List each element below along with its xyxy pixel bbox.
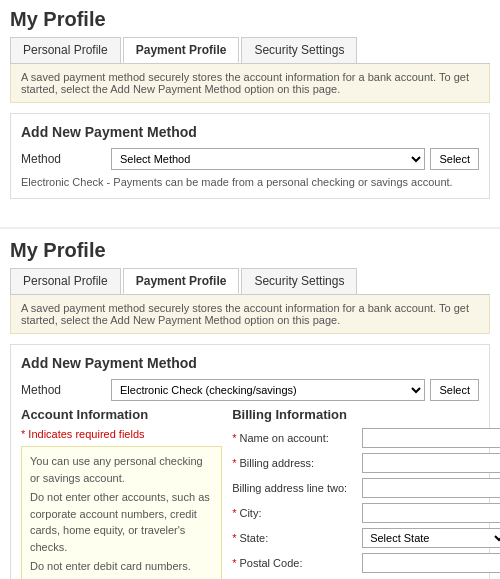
tab-security-settings-1[interactable]: Security Settings (241, 37, 357, 63)
postal-code-row: Postal Code: (232, 553, 500, 573)
warning-box: You can use any personal checking or sav… (21, 446, 222, 579)
required-note: * Indicates required fields (21, 428, 222, 440)
state-row: State: Select State (232, 528, 500, 548)
account-heading: Account Information (21, 407, 222, 422)
tab-security-settings-2[interactable]: Security Settings (241, 268, 357, 294)
info-text-1: Electronic Check - Payments can be made … (21, 176, 479, 188)
section1: My Profile Personal Profile Payment Prof… (0, 0, 500, 229)
two-col-section: Account Information * Indicates required… (21, 407, 479, 579)
warning-line-2: Do not enter debit card numbers. Instead… (30, 558, 213, 579)
method-label-2: Method (21, 383, 111, 397)
notice-box-2: A saved payment method securely stores t… (10, 295, 490, 334)
billing-address-2-label: Billing address line two: (232, 482, 362, 494)
tabs-1: Personal Profile Payment Profile Securit… (10, 37, 490, 64)
name-on-account-label: Name on account: (232, 432, 362, 444)
card-title-2: Add New Payment Method (21, 355, 479, 371)
card-title-1: Add New Payment Method (21, 124, 479, 140)
state-select[interactable]: Select State (362, 528, 500, 548)
billing-address-label: Billing address: (232, 457, 362, 469)
warning-line-1: Do not enter other accounts, such as cor… (30, 489, 213, 555)
page-title-2: My Profile (10, 239, 490, 262)
account-info-col: Account Information * Indicates required… (21, 407, 222, 579)
select-button-2[interactable]: Select (430, 379, 479, 401)
notice-box-1: A saved payment method securely stores t… (10, 64, 490, 103)
postal-code-label: Postal Code: (232, 557, 362, 569)
method-select-1[interactable]: Select Method (111, 148, 425, 170)
billing-address-2-input[interactable] (362, 478, 500, 498)
add-payment-card-1: Add New Payment Method Method Select Met… (10, 113, 490, 199)
state-label: State: (232, 532, 362, 544)
tabs-2: Personal Profile Payment Profile Securit… (10, 268, 490, 295)
select-button-1[interactable]: Select (430, 148, 479, 170)
billing-address-input[interactable] (362, 453, 500, 473)
page-title-1: My Profile (10, 8, 490, 31)
city-label: City: (232, 507, 362, 519)
city-input[interactable] (362, 503, 500, 523)
tab-personal-profile-1[interactable]: Personal Profile (10, 37, 121, 63)
tab-payment-profile-1[interactable]: Payment Profile (123, 37, 240, 63)
billing-heading: Billing Information (232, 407, 500, 422)
city-row: City: (232, 503, 500, 523)
postal-code-input[interactable] (362, 553, 500, 573)
method-row-2: Method Electronic Check (checking/saving… (21, 379, 479, 401)
add-payment-card-2: Add New Payment Method Method Electronic… (10, 344, 490, 579)
billing-address-2-row: Billing address line two: (232, 478, 500, 498)
tab-personal-profile-2[interactable]: Personal Profile (10, 268, 121, 294)
billing-address-row: Billing address: (232, 453, 500, 473)
billing-info-col: Billing Information Name on account: Bil… (232, 407, 500, 579)
name-on-account-input[interactable] (362, 428, 500, 448)
name-on-account-row: Name on account: (232, 428, 500, 448)
method-row-1: Method Select Method Select (21, 148, 479, 170)
tab-payment-profile-2[interactable]: Payment Profile (123, 268, 240, 294)
warning-line-0: You can use any personal checking or sav… (30, 453, 213, 486)
method-select-2[interactable]: Electronic Check (checking/savings) (111, 379, 425, 401)
method-label-1: Method (21, 152, 111, 166)
section2: My Profile Personal Profile Payment Prof… (0, 231, 500, 579)
